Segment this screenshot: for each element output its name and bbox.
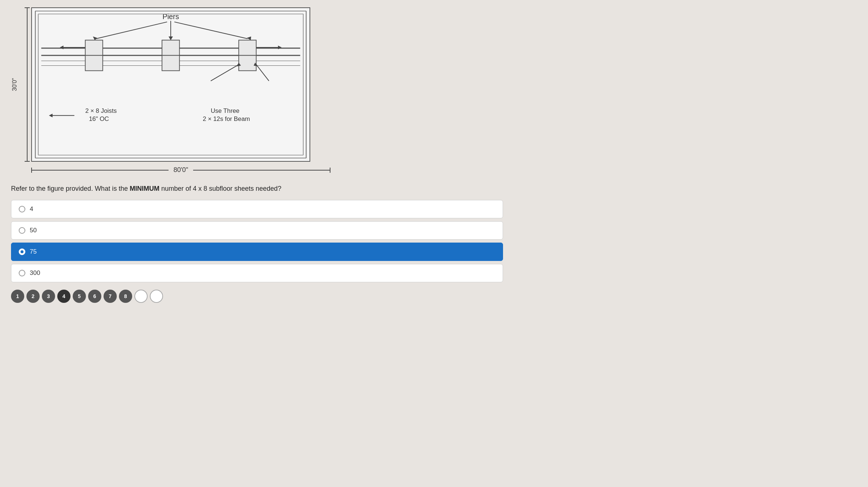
svg-rect-8 [239, 40, 256, 55]
option-300-label: 300 [30, 269, 40, 277]
nav-dot-7[interactable]: 7 [104, 290, 117, 303]
vertical-dimension-label: 30'0" [11, 78, 18, 91]
svg-text:Piers: Piers [162, 12, 179, 21]
svg-rect-7 [162, 40, 180, 55]
svg-text:Use Three: Use Three [211, 107, 239, 114]
svg-line-23 [211, 65, 239, 81]
svg-marker-28 [49, 114, 53, 117]
option-50[interactable]: 50 [11, 221, 503, 240]
svg-rect-11 [239, 55, 256, 71]
svg-marker-18 [60, 46, 64, 49]
svg-marker-24 [236, 63, 241, 67]
option-4[interactable]: 4 [11, 200, 503, 218]
nav-dot-4[interactable]: 4 [57, 290, 70, 303]
svg-marker-20 [247, 36, 251, 40]
option-4-label: 4 [30, 205, 33, 213]
option-300[interactable]: 300 [11, 264, 503, 282]
svg-line-25 [256, 65, 269, 81]
option-75-label: 75 [30, 248, 37, 255]
diagram-svg: Piers [32, 8, 310, 161]
nav-dot-1[interactable]: 1 [11, 290, 24, 303]
radio-300[interactable] [19, 270, 25, 276]
bottom-dimension: 80'0" [31, 166, 330, 174]
nav-dot-10[interactable] [150, 290, 163, 303]
left-dimension: 30'0" [11, 7, 31, 162]
option-50-label: 50 [30, 227, 37, 234]
svg-marker-22 [278, 46, 282, 49]
radio-50[interactable] [19, 227, 25, 234]
svg-text:2 × 8 Joists: 2 × 8 Joists [85, 107, 117, 114]
nav-dot-6[interactable]: 6 [88, 290, 101, 303]
svg-rect-10 [162, 55, 180, 71]
svg-marker-16 [93, 36, 97, 40]
nav-dot-8[interactable]: 8 [119, 290, 132, 303]
bottom-dimension-label: 80'0" [169, 166, 194, 174]
nav-dot-5[interactable]: 5 [73, 290, 86, 303]
nav-dot-9[interactable] [134, 290, 148, 303]
svg-rect-6 [85, 40, 103, 55]
svg-rect-9 [85, 55, 103, 71]
question-text: Refer to the figure provided. What is th… [11, 185, 341, 193]
svg-rect-1 [38, 14, 303, 155]
svg-marker-26 [254, 63, 258, 67]
radio-75[interactable] [19, 248, 25, 255]
navigation-dots: 1 2 3 4 5 6 7 8 [11, 290, 857, 303]
option-75[interactable]: 75 [11, 243, 503, 261]
svg-line-19 [174, 22, 247, 39]
diagram-container: 30'0" [11, 7, 857, 174]
options-container: 4 50 75 300 [11, 200, 503, 282]
svg-line-15 [96, 22, 167, 39]
svg-text:16" OC: 16" OC [89, 115, 109, 122]
svg-marker-14 [169, 36, 173, 40]
radio-4[interactable] [19, 206, 25, 212]
floor-diagram: Piers [31, 7, 310, 162]
diagram-wrapper: 30'0" [11, 7, 310, 162]
svg-rect-0 [36, 11, 306, 158]
nav-dot-3[interactable]: 3 [42, 290, 55, 303]
svg-text:2 × 12s for Beam: 2 × 12s for Beam [203, 115, 250, 122]
nav-dot-2[interactable]: 2 [26, 290, 40, 303]
